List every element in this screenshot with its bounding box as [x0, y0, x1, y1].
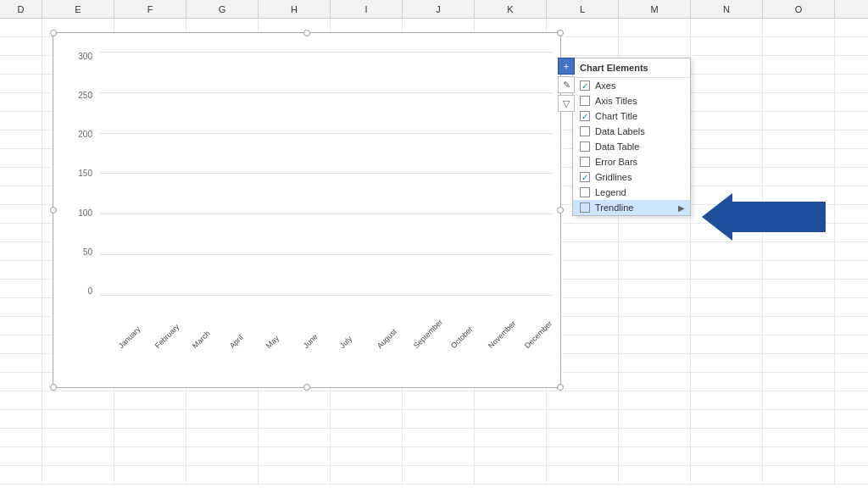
grid-cell[interactable]	[114, 466, 186, 484]
panel-item-axes[interactable]: Axes	[573, 78, 690, 93]
grid-cell[interactable]	[114, 410, 186, 428]
grid-cell[interactable]	[763, 447, 835, 465]
grid-cell[interactable]	[691, 56, 763, 74]
grid-cell[interactable]	[547, 429, 619, 446]
grid-cell[interactable]	[691, 466, 763, 484]
checkbox-legend[interactable]	[580, 187, 590, 197]
grid-cell[interactable]	[42, 466, 114, 484]
grid-cell[interactable]	[691, 37, 763, 55]
panel-item-error-bars[interactable]: Error Bars	[573, 154, 690, 169]
grid-cell[interactable]	[619, 354, 691, 372]
grid-cell[interactable]	[619, 224, 691, 241]
chart-filter-icon[interactable]: ▽	[558, 95, 575, 112]
grid-cell[interactable]	[114, 391, 186, 409]
grid-cell[interactable]	[0, 280, 42, 297]
add-chart-element-icon[interactable]: +	[558, 58, 575, 75]
grid-cell[interactable]	[0, 447, 42, 465]
grid-cell[interactable]	[691, 149, 763, 167]
grid-cell[interactable]	[0, 391, 42, 409]
grid-cell[interactable]	[475, 391, 547, 409]
grid-cell[interactable]	[114, 429, 186, 446]
grid-cell[interactable]	[186, 429, 259, 446]
grid-cell[interactable]	[0, 224, 42, 241]
grid-cell[interactable]	[619, 429, 691, 446]
grid-cell[interactable]	[331, 410, 403, 428]
grid-cell[interactable]	[42, 410, 114, 428]
panel-item-data-table[interactable]: Data Table	[573, 139, 690, 154]
grid-cell[interactable]	[691, 447, 763, 465]
chart-container[interactable]: 300 250 200 150 100 50 0	[53, 32, 561, 388]
grid-cell[interactable]	[475, 447, 547, 465]
grid-cell[interactable]	[0, 37, 42, 55]
grid-cell[interactable]	[259, 429, 331, 446]
grid-cell[interactable]	[0, 130, 42, 148]
grid-cell[interactable]	[331, 466, 403, 484]
grid-cell[interactable]	[0, 112, 42, 130]
grid-cell[interactable]	[763, 19, 835, 36]
grid-cell[interactable]	[619, 410, 691, 428]
panel-item-chart-title[interactable]: Chart Title	[573, 108, 690, 124]
grid-cell[interactable]	[403, 410, 475, 428]
grid-cell[interactable]	[42, 447, 114, 465]
grid-cell[interactable]	[0, 298, 42, 316]
grid-cell[interactable]	[763, 75, 835, 92]
grid-cell[interactable]	[331, 391, 403, 409]
grid-cell[interactable]	[691, 242, 763, 260]
grid-cell[interactable]	[0, 466, 42, 484]
grid-cell[interactable]	[619, 280, 691, 297]
checkbox-gridlines[interactable]	[580, 172, 590, 182]
grid-cell[interactable]	[547, 410, 619, 428]
grid-cell[interactable]	[0, 429, 42, 446]
grid-cell[interactable]	[763, 336, 835, 353]
grid-cell[interactable]	[691, 112, 763, 130]
grid-cell[interactable]	[763, 466, 835, 484]
panel-item-trendline[interactable]: Trendline▶	[573, 200, 690, 215]
grid-cell[interactable]	[0, 205, 42, 223]
checkbox-error-bars[interactable]	[580, 157, 590, 167]
grid-cell[interactable]	[763, 429, 835, 446]
grid-cell[interactable]	[619, 373, 691, 391]
grid-cell[interactable]	[691, 373, 763, 391]
checkbox-data-table[interactable]	[580, 141, 590, 152]
grid-cell[interactable]	[403, 391, 475, 409]
grid-cell[interactable]	[114, 447, 186, 465]
grid-cell[interactable]	[763, 130, 835, 148]
grid-cell[interactable]	[691, 298, 763, 316]
grid-cell[interactable]	[0, 261, 42, 279]
grid-cell[interactable]	[763, 298, 835, 316]
grid-cell[interactable]	[619, 242, 691, 260]
grid-cell[interactable]	[42, 391, 114, 409]
grid-cell[interactable]	[691, 429, 763, 446]
grid-cell[interactable]	[0, 373, 42, 391]
grid-cell[interactable]	[619, 19, 691, 36]
grid-cell[interactable]	[691, 19, 763, 36]
grid-cell[interactable]	[763, 373, 835, 391]
grid-cell[interactable]	[763, 242, 835, 260]
grid-cell[interactable]	[691, 261, 763, 279]
grid-cell[interactable]	[186, 391, 259, 409]
panel-item-gridlines[interactable]: Gridlines	[573, 169, 690, 185]
grid-cell[interactable]	[763, 410, 835, 428]
grid-cell[interactable]	[763, 354, 835, 372]
grid-cell[interactable]	[259, 410, 331, 428]
grid-cell[interactable]	[691, 280, 763, 297]
grid-cell[interactable]	[763, 93, 835, 111]
grid-cell[interactable]	[619, 447, 691, 465]
grid-cell[interactable]	[259, 447, 331, 465]
grid-cell[interactable]	[0, 410, 42, 428]
grid-cell[interactable]	[403, 447, 475, 465]
grid-cell[interactable]	[763, 56, 835, 74]
grid-cell[interactable]	[763, 280, 835, 297]
grid-cell[interactable]	[331, 429, 403, 446]
grid-cell[interactable]	[691, 410, 763, 428]
grid-cell[interactable]	[0, 56, 42, 74]
grid-cell[interactable]	[547, 466, 619, 484]
grid-cell[interactable]	[691, 93, 763, 111]
grid-cell[interactable]	[691, 130, 763, 148]
grid-cell[interactable]	[763, 391, 835, 409]
grid-cell[interactable]	[259, 391, 331, 409]
grid-cell[interactable]	[186, 447, 259, 465]
grid-cell[interactable]	[0, 168, 42, 186]
grid-cell[interactable]	[0, 186, 42, 204]
grid-cell[interactable]	[619, 336, 691, 353]
